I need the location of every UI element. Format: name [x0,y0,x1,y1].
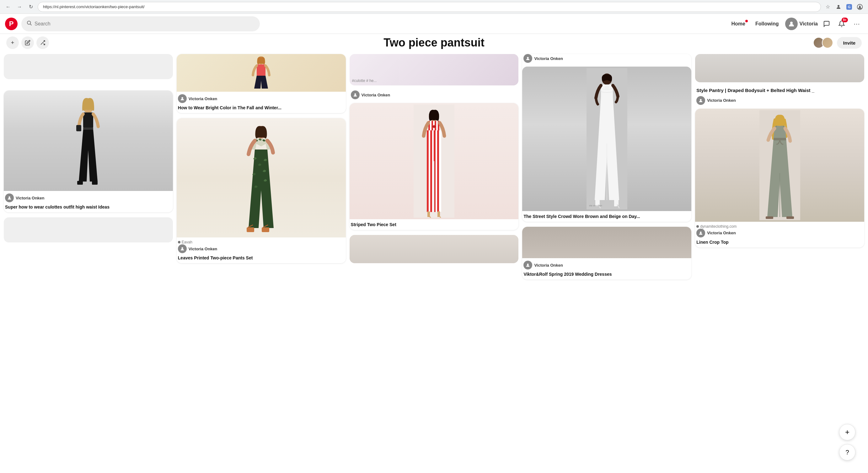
pin-culotte[interactable]: Victoria Onken Super how to wear culotte… [4,90,173,212]
edit-board-button[interactable] [21,36,34,49]
search-input[interactable] [34,21,255,27]
forward-button[interactable]: → [15,2,24,11]
style-pantry-pre-user-row: Victoria Onken [696,96,863,105]
svg-point-3 [27,21,31,25]
svg-point-0 [838,5,839,7]
svg-rect-33 [427,130,429,212]
user-section: Victoria [785,18,818,30]
pin-tropical-username: Victoria Onken [189,246,217,251]
partial-top-left [4,54,173,84]
pin-how-to-wear-username: Victoria Onken [189,96,217,101]
refresh-button[interactable]: ↻ [26,2,35,11]
pin-street[interactable]: Victoria Onken [522,54,691,222]
nav-following[interactable]: Following [751,19,783,29]
svg-rect-11 [77,181,83,185]
svg-point-2 [859,5,861,7]
account-button[interactable] [856,2,864,11]
pin-culotte-avatar [5,194,14,202]
pin-linen-username: Victoria Onken [707,231,736,235]
pin-street-username-pre: Victoria Onken [534,56,563,61]
svg-point-5 [790,22,793,24]
svg-point-45 [527,264,529,265]
home-notification-dot [745,20,748,22]
add-pin-button[interactable]: + [6,36,19,49]
striped-pre-username: Victoria Onken [362,93,391,97]
search-icon [26,20,32,27]
pin-viktor-avatar [523,261,532,269]
nav-links: Home Following Victoria 9+ ⋯ [727,18,863,30]
pin-tropical-avatar [178,244,187,253]
nav-home[interactable]: Home [727,19,749,29]
pin-tropical-title: Leaves Printed Two-piece Pants Set [178,255,345,261]
pin-linen[interactable]: dynamiteclothing.com Victoria Onken Line… [695,109,864,247]
pin-tropical[interactable]: Eavah Victoria Onken Leaves Printed Two-… [177,118,346,263]
pinterest-header: P Home Following Victoria 9+ ⋯ [0,14,868,34]
pin-tropical-source: Eavah [178,240,345,244]
partial-pin-top[interactable] [4,54,173,79]
svg-point-55 [700,232,702,233]
more-menu-button[interactable]: ⋯ [850,18,863,30]
notifications-button[interactable]: 9+ [835,18,848,30]
pinterest-logo[interactable]: P [5,18,18,30]
messages-button[interactable] [820,18,833,30]
partial-pin-col4[interactable] [349,235,519,263]
pin-viktor-info: Victoria Onken Viktor&Rolf Spring 2019 W… [522,258,691,279]
pin-street-title: The Street Style Crowd Wore Brown and Be… [523,213,690,219]
search-bar[interactable] [21,16,260,31]
board-title: Two piece pantsuit [383,36,484,49]
svg-rect-53 [766,216,773,219]
svg-point-38 [527,57,529,58]
user-name[interactable]: Victoria [800,21,818,27]
svg-point-17 [181,97,183,99]
profile-button[interactable] [834,2,843,11]
pin-viktor-user-row: Victoria Onken [523,261,690,269]
invite-section: Invite [813,37,862,49]
svg-rect-13 [76,125,81,131]
share-board-button[interactable] [36,36,49,49]
pin-how-to-wear-image [177,54,346,92]
pin-culotte-info: Victoria Onken Super how to wear culotte… [4,191,173,212]
partial-pin-col5[interactable] [695,54,864,82]
collaborator-avatar-2 [822,37,833,48]
pin-how-to-wear-info: Victoria Onken How to Wear Bright Color … [177,92,346,113]
pin-how-to-wear-user-row: Victoria Onken [178,94,345,103]
invite-button[interactable]: Invite [837,37,862,49]
svg-rect-36 [437,130,439,212]
pin-striped[interactable]: Striped Two Piece Set [349,103,519,230]
back-button[interactable]: ← [4,2,12,11]
style-pantry-pre-title: Style Pantry | Draped Bodysuit + Belted … [696,87,863,94]
svg-rect-10 [83,127,93,130]
bookmark-button[interactable]: ☆ [824,2,832,11]
svg-rect-16 [257,64,266,76]
striped-user-pre-row: Victoria Onken [349,90,519,101]
svg-rect-19 [247,227,254,232]
pin-tropical-user-row: Victoria Onken [178,244,345,253]
pin-street-user-row-pre: Victoria Onken [523,54,690,63]
partial-pin-col2[interactable] [4,217,173,242]
pin-linen-info: dynamiteclothing.com Victoria Onken Line… [695,222,864,247]
pin-viktor[interactable]: Victoria Onken Viktor&Rolf Spring 2019 W… [522,227,691,279]
pin-linen-source: dynamiteclothing.com [696,224,863,229]
extensions-button[interactable]: G [845,2,854,11]
pin-how-to-wear[interactable]: Victoria Onken How to Wear Bright Color … [177,54,346,113]
pin-viktor-username: Victoria Onken [534,263,563,268]
user-avatar[interactable] [785,18,798,30]
pin-striped-title: Striped Two Piece Set [351,222,518,227]
svg-line-4 [30,24,31,25]
svg-point-14 [8,196,10,198]
board-title-section: Two piece pantsuit [383,36,484,49]
url-text: https://nl.pinterest.com/victoriaonken/t… [43,4,145,9]
svg-rect-34 [430,130,432,212]
pin-culotte-title: Super how to wear culottes outfit high w… [5,204,172,210]
pin-culotte-username: Victoria Onken [16,196,44,200]
partial-pin-col3[interactable]: #culotte # he... [349,54,519,85]
style-pantry-pre-info: Style Pantry | Draped Bodysuit + Belted … [695,87,864,109]
url-bar[interactable]: https://nl.pinterest.com/victoriaonken/t… [38,2,821,12]
style-pantry-pre-avatar [696,96,705,105]
board-actions: + [6,36,49,49]
pin-street-image: via viasalon [522,67,691,211]
striped-pre-avatar [351,90,360,99]
pin-viktor-title: Viktor&Rolf Spring 2019 Wedding Dresses [523,271,690,277]
pin-striped-info: Striped Two Piece Set [349,219,519,230]
svg-point-42 [604,85,610,89]
